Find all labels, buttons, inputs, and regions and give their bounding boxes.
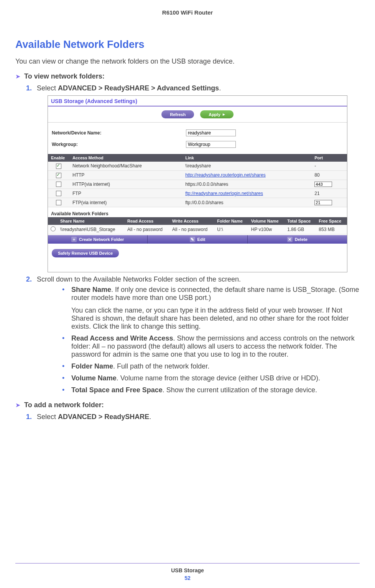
enable-checkbox[interactable]: [56, 191, 61, 196]
network-device-name-label: Network/Device Name:: [52, 130, 186, 136]
bullet-bold: Share Name: [71, 286, 111, 293]
link-http[interactable]: http://readyshare.routerlogin.net/shares: [185, 172, 265, 178]
bullet-bold: Folder Name: [71, 362, 113, 370]
section-title: Available Network Folders: [15, 39, 360, 51]
available-folders-table: Share Name Read Access Write Access Fold…: [48, 217, 347, 234]
screenshot-title: USB Storage (Advanced Settings): [48, 96, 347, 106]
cell-method: FTP: [69, 189, 182, 198]
enable-checkbox[interactable]: [56, 164, 61, 169]
delete-button[interactable]: ✕ Delete: [248, 235, 347, 244]
table-row[interactable]: \\readyshare\USB_Storage All - no passwo…: [48, 225, 347, 234]
step-text-prefix: Select: [37, 84, 58, 92]
col-folder: Folder Name: [215, 217, 249, 225]
plus-icon: +: [71, 237, 77, 242]
table-row: Network Neighborhood/MacShare \\readysha…: [48, 162, 347, 170]
port-input[interactable]: [314, 200, 332, 205]
cell-method: HTTP(via internet): [69, 180, 182, 189]
row-radio[interactable]: [51, 226, 56, 231]
cell-vol: HP v100w: [249, 225, 285, 234]
step-text-bold: ADVANCED > ReadySHARE > Advanced Setting…: [58, 84, 219, 92]
list-item: Total Space and Free Space. Show the cur…: [61, 386, 360, 394]
access-method-table: Enable Access Method Link Port Network N…: [48, 154, 347, 207]
workgroup-input[interactable]: [186, 141, 236, 148]
footer-section: USB Storage: [0, 567, 375, 573]
bullet-text: . Full path of the network folder.: [113, 362, 209, 370]
step-text-prefix: Select: [37, 413, 58, 421]
safely-remove-button[interactable]: Safely Remove USB Device: [52, 249, 119, 257]
col-total: Total Space: [285, 217, 316, 225]
edit-button[interactable]: ✎ Edit: [148, 235, 247, 244]
cell-method: Network Neighborhood/MacShare: [69, 162, 182, 170]
list-item: Share Name. If only one device is connec…: [61, 286, 360, 331]
cell-link: https://0.0.0.0/shares: [182, 180, 311, 189]
cell-share: \\readyshare\USB_Storage: [58, 225, 125, 234]
footer-page-number: 52: [0, 575, 375, 581]
pencil-icon: ✎: [190, 237, 195, 242]
step-2: 2. Scroll down to the Available Networks…: [26, 275, 360, 394]
list-item: Folder Name. Full path of the network fo…: [61, 362, 360, 370]
step-text: Scroll down to the Available Networks Fo…: [37, 275, 241, 283]
enable-checkbox[interactable]: [56, 173, 61, 178]
cell-method: FTP(via internet): [69, 198, 182, 207]
col-write: Write Access: [170, 217, 215, 225]
cell-link: ftp://0.0.0.0/shares: [182, 198, 311, 207]
cell-read: All - no password: [125, 225, 170, 234]
port-input[interactable]: [314, 182, 332, 187]
cell-write: All - no password: [170, 225, 215, 234]
section-intro: You can view or change the network folde…: [15, 57, 360, 66]
cell-total: 1.86 GB: [285, 225, 316, 234]
page-header-product: R6100 WiFi Router: [15, 9, 360, 16]
col-vol: Volume Name: [249, 217, 285, 225]
list-item: Volume Name. Volume name from the storag…: [61, 374, 360, 382]
bullet-bold: Volume Name: [71, 374, 117, 382]
list-item: Read Access and Write Access. Show the p…: [61, 334, 360, 359]
step-number: 2.: [26, 275, 32, 283]
procedure-add-heading: ➤ To add a network folder:: [15, 401, 360, 409]
network-device-name-input[interactable]: [186, 129, 236, 136]
col-link: Link: [182, 154, 311, 162]
procedure-view-heading-text: To view network folders:: [24, 72, 105, 80]
step-text-suffix: .: [149, 413, 151, 421]
col-enable: Enable: [48, 154, 69, 162]
cell-port: 21: [311, 189, 347, 198]
col-free: Free Space: [316, 217, 347, 225]
cell-method: HTTP: [69, 170, 182, 180]
step-number: 1.: [26, 413, 32, 421]
enable-checkbox[interactable]: [56, 182, 61, 187]
chevron-right-icon: ➤: [15, 401, 20, 409]
page-footer: USB Storage 52: [0, 563, 375, 581]
apply-button[interactable]: Apply▸: [200, 110, 234, 118]
close-icon: ✕: [287, 237, 293, 242]
procedure-view-heading: ➤ To view network folders:: [15, 72, 360, 80]
refresh-button[interactable]: Refresh: [161, 110, 194, 118]
procedure-add-heading-text: To add a network folder:: [24, 401, 104, 409]
col-read: Read Access: [125, 217, 170, 225]
bullet-bold: Read Access and Write Access: [71, 334, 173, 342]
cell-folder: U:\: [215, 225, 249, 234]
bullet-text: . Volume name from the storage device (e…: [117, 374, 320, 382]
cell-port: 80: [311, 170, 347, 180]
cell-link: \\readyshare: [182, 162, 311, 170]
chevron-right-icon: ➤: [15, 73, 20, 80]
step-text-suffix: .: [219, 84, 221, 92]
enable-checkbox[interactable]: [56, 200, 61, 205]
create-folder-button[interactable]: + Create Network Folder: [48, 235, 148, 244]
col-share: Share Name: [58, 217, 125, 225]
step-1-add: 1. Select ADVANCED > ReadySHARE.: [26, 413, 360, 421]
step-number: 1.: [26, 84, 32, 92]
bullet-text: . Show the current utilization of the st…: [163, 386, 317, 394]
link-ftp[interactable]: ftp://readyshare.routerlogin.net/shares: [185, 191, 263, 196]
cell-port: -: [311, 162, 347, 170]
available-folders-heading: Available Network Folders: [48, 207, 347, 217]
screenshot-usb-storage: USB Storage (Advanced Settings) Refresh …: [48, 95, 347, 272]
bullet-paragraph: You can click the name, or you can type …: [71, 306, 360, 331]
cell-free: 853 MB: [316, 225, 347, 234]
table-row: HTTP(via internet) https://0.0.0.0/share…: [48, 180, 347, 189]
col-port: Port: [311, 154, 347, 162]
bullet-text: . If only one device is connected, the d…: [71, 286, 359, 301]
workgroup-label: Workgroup:: [52, 142, 186, 147]
table-row: FTP(via internet) ftp://0.0.0.0/shares: [48, 198, 347, 207]
bullet-bold: Total Space and Free Space: [71, 386, 163, 394]
play-icon: ▸: [223, 112, 225, 117]
table-row: HTTP http://readyshare.routerlogin.net/s…: [48, 170, 347, 180]
